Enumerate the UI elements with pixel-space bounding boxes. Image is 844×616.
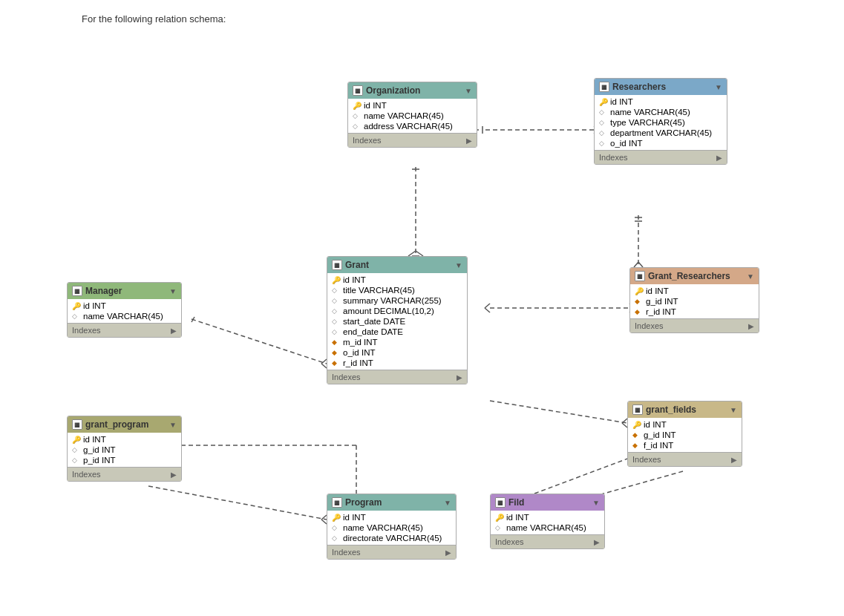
pk-icon: 🔑 (332, 514, 340, 522)
field-id: 🔑 id INT (68, 301, 181, 311)
table-icon: ▦ (72, 286, 82, 296)
indexes-organization[interactable]: Indexes ▶ (348, 133, 477, 147)
field-directorate: ◇ directorate VARCHAR(45) (327, 533, 456, 543)
diamond-icon: ◇ (599, 129, 607, 137)
chevron-down-icon[interactable]: ▼ (730, 406, 737, 414)
fk-icon: ◆ (632, 442, 641, 450)
pk-icon: 🔑 (353, 102, 361, 110)
table-grant-researchers-body: 🔑 id INT ◆ g_id INT ◆ r_id INT (630, 284, 759, 318)
field-id: 🔑 id INT (630, 286, 759, 296)
diamond-icon: ◇ (332, 297, 340, 305)
indexes-grant-researchers[interactable]: Indexes ▶ (630, 318, 759, 332)
field-type: ◇ type VARCHAR(45) (595, 117, 727, 128)
indexes-grant-program[interactable]: Indexes ▶ (68, 467, 181, 481)
table-grant-fields-header: ▦ grant_fields ▼ (628, 402, 742, 418)
svg-line-24 (192, 317, 194, 322)
pk-icon: 🔑 (632, 421, 641, 429)
svg-line-34 (148, 486, 327, 520)
svg-line-14 (634, 262, 638, 267)
pk-icon: 🔑 (599, 98, 607, 106)
diamond-icon: ◇ (332, 286, 340, 295)
field-o-id: ◇ o_id INT (595, 138, 727, 148)
table-manager: ▦ Manager ▼ 🔑 id INT ◇ name VARCHAR(45) … (67, 282, 182, 338)
svg-line-31 (490, 401, 627, 423)
diamond-icon: ◇ (332, 318, 340, 326)
field-r-id: ◆ r_id INT (327, 358, 467, 368)
field-g-id: ◆ g_id INT (628, 430, 742, 440)
table-grant: ▦ Grant ▼ 🔑 id INT ◇ title VARCHAR(45) ◇… (327, 256, 468, 384)
chevron-down-icon[interactable]: ▼ (455, 261, 462, 269)
fk-icon: ◆ (632, 431, 641, 439)
indexes-program[interactable]: Indexes ▶ (327, 545, 456, 559)
table-grant-body: 🔑 id INT ◇ title VARCHAR(45) ◇ summary V… (327, 273, 467, 370)
svg-line-35 (321, 515, 327, 520)
diamond-icon: ◇ (332, 328, 340, 336)
table-grant-program-body: 🔑 id INT ◇ g_id INT ◇ p_id INT (68, 433, 181, 467)
svg-line-36 (321, 520, 327, 524)
table-fild-body: 🔑 id INT ◇ name VARCHAR(45) (491, 511, 604, 534)
field-name: ◇ name VARCHAR(45) (327, 522, 456, 533)
arrow-icon: ▶ (457, 373, 462, 381)
table-grant-fields-body: 🔑 id INT ◆ g_id INT ◆ f_id INT (628, 418, 742, 452)
table-icon: ▦ (353, 85, 363, 96)
field-id: 🔑 id INT (327, 512, 456, 522)
chevron-down-icon[interactable]: ▼ (715, 83, 722, 91)
chevron-down-icon[interactable]: ▼ (169, 287, 177, 295)
arrow-icon: ▶ (731, 456, 737, 464)
diamond-icon: ◇ (353, 122, 361, 131)
arrow-icon: ▶ (171, 327, 177, 335)
field-g-id: ◇ g_id INT (68, 445, 181, 455)
field-id: 🔑 id INT (628, 419, 742, 430)
chevron-down-icon[interactable]: ▼ (592, 499, 600, 507)
chevron-down-icon[interactable]: ▼ (465, 87, 472, 95)
svg-line-22 (321, 359, 327, 364)
field-summary: ◇ summary VARCHAR(255) (327, 295, 467, 306)
fk-icon: ◆ (332, 359, 340, 367)
indexes-grant[interactable]: Indexes ▶ (327, 370, 467, 384)
chevron-down-icon[interactable]: ▼ (747, 272, 754, 281)
field-title: ◇ title VARCHAR(45) (327, 285, 467, 295)
arrow-icon: ▶ (445, 548, 451, 557)
pk-icon: 🔑 (72, 436, 80, 444)
field-o-id: ◆ o_id INT (327, 347, 467, 358)
indexes-researchers[interactable]: Indexes ▶ (595, 150, 727, 164)
table-icon: ▦ (332, 260, 342, 270)
field-name: ◇ name VARCHAR(45) (348, 111, 477, 121)
arrow-icon: ▶ (466, 137, 472, 145)
svg-line-3 (416, 251, 423, 256)
svg-line-15 (638, 262, 643, 267)
field-address: ◇ address VARCHAR(45) (348, 121, 477, 131)
field-name: ◇ name VARCHAR(45) (491, 522, 604, 533)
indexes-grant-fields[interactable]: Indexes ▶ (628, 452, 742, 466)
field-name: ◇ name VARCHAR(45) (595, 107, 727, 117)
table-icon: ▦ (635, 271, 645, 281)
table-organization-body: 🔑 id INT ◇ name VARCHAR(45) ◇ address VA… (348, 99, 477, 133)
field-r-id: ◆ r_id INT (630, 307, 759, 317)
svg-line-17 (485, 304, 490, 308)
table-grant-researchers: ▦ Grant_Researchers ▼ 🔑 id INT ◆ g_id IN… (629, 267, 759, 333)
table-icon: ▦ (599, 82, 609, 92)
table-icon: ▦ (72, 419, 82, 430)
diamond-icon: ◇ (332, 524, 340, 532)
table-researchers-header: ▦ Researchers ▼ (595, 79, 727, 95)
svg-line-23 (321, 364, 327, 368)
diamond-icon: ◇ (332, 534, 340, 543)
table-icon: ▦ (632, 404, 643, 415)
table-program-body: 🔑 id INT ◇ name VARCHAR(45) ◇ directorat… (327, 511, 456, 545)
indexes-manager[interactable]: Indexes ▶ (68, 323, 181, 337)
chevron-down-icon[interactable]: ▼ (444, 499, 451, 507)
field-id: 🔑 id INT (595, 96, 727, 107)
field-id: 🔑 id INT (348, 100, 477, 111)
table-manager-body: 🔑 id INT ◇ name VARCHAR(45) (68, 299, 181, 323)
chevron-down-icon[interactable]: ▼ (169, 421, 177, 429)
diamond-icon: ◇ (599, 108, 607, 117)
diamond-icon: ◇ (332, 307, 340, 315)
diamond-icon: ◇ (495, 524, 503, 532)
field-start-date: ◇ start_date DATE (327, 316, 467, 327)
page-label: For the following relation schema: (82, 13, 226, 24)
fk-icon: ◆ (332, 338, 340, 347)
fk-icon: ◆ (635, 298, 643, 306)
table-researchers-body: 🔑 id INT ◇ name VARCHAR(45) ◇ type VARCH… (595, 95, 727, 150)
field-m-id: ◆ m_id INT (327, 337, 467, 347)
indexes-fild[interactable]: Indexes ▶ (491, 534, 604, 548)
